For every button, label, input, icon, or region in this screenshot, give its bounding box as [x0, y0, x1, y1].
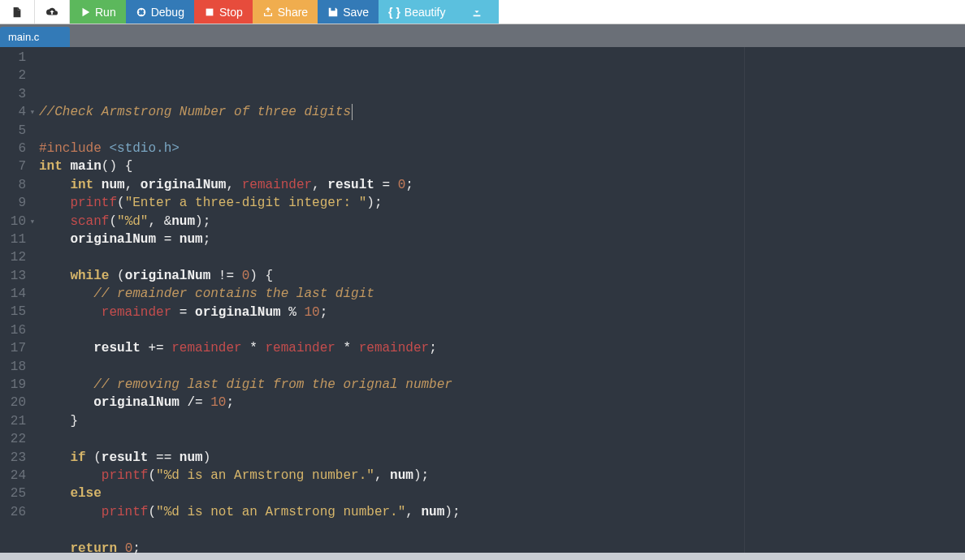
token: !=: [210, 269, 241, 283]
line-number: 10: [8, 213, 26, 230]
code-line[interactable]: return 0;: [39, 540, 965, 558]
token: result: [102, 450, 149, 465]
token: "%d is not an Armstrong number.": [156, 505, 405, 519]
token: num: [171, 214, 195, 229]
token: ;: [405, 178, 413, 192]
token: num: [102, 178, 125, 192]
debug-icon: [136, 6, 147, 18]
token: ;: [429, 341, 437, 355]
line-number: 21: [8, 412, 26, 430]
token: () {: [102, 159, 132, 174]
token: return: [70, 541, 117, 556]
code-line[interactable]: scanf("%d", &num);: [39, 213, 965, 230]
token: result: [327, 178, 374, 192]
token: printf: [70, 196, 117, 210]
code-line[interactable]: [39, 122, 965, 140]
token: ): [203, 450, 211, 465]
token: [39, 214, 70, 229]
line-number: 7: [8, 157, 26, 175]
token: *: [242, 341, 266, 355]
code-line[interactable]: [39, 430, 965, 448]
token: =: [171, 305, 195, 320]
code-line[interactable]: [39, 321, 965, 339]
token: <stdio.h>: [109, 141, 179, 156]
token: ;: [132, 541, 141, 556]
token: , &: [148, 214, 171, 229]
line-number: 8: [8, 176, 26, 194]
token: int: [70, 178, 93, 192]
code-line[interactable]: result += remainder * remainder * remain…: [39, 339, 965, 357]
token: while: [70, 269, 109, 283]
code-line[interactable]: int num, originalNum, remainder, result …: [39, 176, 965, 194]
code-line[interactable]: // remainder contains the last digit: [39, 285, 965, 303]
token: 0: [398, 178, 406, 192]
code-line[interactable]: int main() {: [39, 157, 965, 175]
stop-button[interactable]: Stop: [194, 0, 253, 24]
code-line[interactable]: // removing last digit from the orignal …: [39, 376, 965, 394]
code-line[interactable]: //Check Armstrong Number of three digits: [39, 103, 965, 121]
share-button[interactable]: Share: [253, 0, 318, 24]
code-line[interactable]: else: [39, 485, 965, 502]
token: // removing last digit from the orignal …: [93, 377, 452, 392]
code-line[interactable]: originalNum = num;: [39, 230, 965, 248]
code-line[interactable]: printf("%d is an Armstrong number.", num…: [39, 467, 965, 485]
code-line[interactable]: }: [39, 412, 965, 430]
code-editor[interactable]: 1234567891011121314151617181920212223242…: [0, 47, 965, 553]
save-button[interactable]: Save: [318, 0, 379, 24]
code-line[interactable]: [39, 358, 965, 376]
token: =: [156, 232, 180, 247]
download-button[interactable]: [455, 0, 499, 24]
token: }: [39, 414, 78, 429]
code-line[interactable]: printf("Enter a three-digit integer: ");: [39, 194, 965, 212]
line-number: 11: [8, 230, 26, 248]
token: remainder: [171, 341, 241, 355]
token: [39, 468, 102, 483]
code-line[interactable]: #include <stdio.h>: [39, 140, 965, 157]
line-number: 17: [8, 339, 26, 357]
beautify-button[interactable]: { } Beautify: [379, 0, 455, 24]
token: );: [444, 505, 460, 519]
code-line[interactable]: [39, 521, 965, 539]
upload-button[interactable]: [35, 0, 70, 24]
beautify-label: Beautify: [405, 6, 446, 19]
tab-main-c[interactable]: main.c: [0, 27, 70, 47]
tab-label: main.c: [8, 31, 39, 43]
save-label: Save: [343, 6, 369, 19]
token: [39, 486, 70, 501]
token: remainder: [102, 305, 171, 320]
token: [39, 196, 70, 210]
token: );: [195, 214, 210, 229]
debug-label: Debug: [151, 6, 184, 19]
code-line[interactable]: originalNum /= 10;: [39, 394, 965, 411]
token: [39, 541, 70, 556]
token: int: [39, 159, 63, 174]
code-line[interactable]: while (originalNum != 0) {: [39, 267, 965, 285]
line-number: 14: [8, 285, 26, 303]
share-icon: [262, 6, 274, 18]
code-line[interactable]: [39, 248, 965, 266]
line-number: 9: [8, 194, 26, 212]
line-number: 12: [8, 248, 26, 266]
token: (: [109, 269, 124, 283]
token: ,: [226, 178, 241, 192]
token: originalNum: [125, 269, 211, 283]
code-line[interactable]: printf("%d is not an Armstrong number.",…: [39, 503, 965, 521]
line-number: 15: [8, 303, 26, 321]
toolbar: Run Debug Stop Share Save { } Beautify: [0, 0, 965, 24]
token: else: [70, 486, 101, 501]
token: [39, 341, 93, 355]
run-button[interactable]: Run: [70, 0, 126, 24]
code-area[interactable]: //Check Armstrong Number of three digits…: [31, 47, 965, 553]
new-file-icon: [11, 6, 23, 18]
line-number: 18: [8, 358, 26, 376]
token: [39, 505, 102, 519]
code-line[interactable]: remainder = originalNum % 10;: [39, 304, 965, 321]
code-line[interactable]: if (result == num): [39, 449, 965, 467]
text-cursor: [352, 104, 353, 120]
stop-label: Stop: [219, 6, 243, 19]
token: [39, 286, 93, 301]
new-file-button[interactable]: [0, 0, 35, 24]
token: ,: [125, 178, 141, 192]
debug-button[interactable]: Debug: [126, 0, 194, 24]
token: [39, 305, 102, 320]
